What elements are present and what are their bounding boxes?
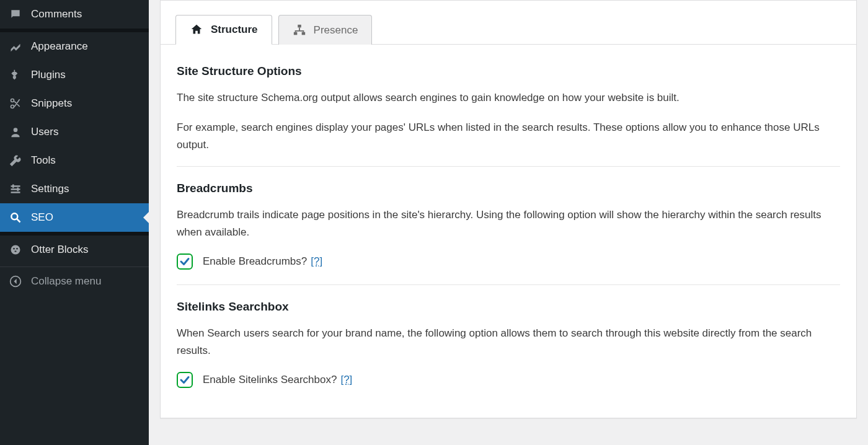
sidebar-item-label: Comments — [31, 8, 82, 20]
svg-rect-1 — [11, 185, 20, 187]
svg-point-0 — [14, 128, 18, 132]
collapse-menu-button[interactable]: Collapse menu — [0, 267, 149, 296]
tab-label: Structure — [211, 24, 258, 36]
divider — [177, 166, 840, 167]
tab-label: Presence — [314, 24, 358, 37]
admin-sidebar: Comments Appearance Plugins Snippets Use… — [0, 0, 149, 445]
sidebar-item-label: Appearance — [31, 40, 88, 53]
svg-point-11 — [14, 251, 16, 252]
sidebar-item-users[interactable]: Users — [0, 118, 149, 146]
sitelinks-desc: When Search users search for your brand … — [177, 325, 840, 359]
comments-icon — [9, 7, 22, 21]
collapse-icon — [9, 275, 22, 288]
enable-breadcrumbs-checkbox[interactable] — [177, 253, 193, 270]
svg-point-8 — [11, 245, 20, 255]
sidebar-item-plugins[interactable]: Plugins — [0, 61, 149, 89]
divider — [177, 284, 840, 285]
sidebar-item-label: Tools — [31, 154, 56, 167]
collapse-menu-label: Collapse menu — [31, 275, 101, 288]
svg-rect-3 — [11, 192, 20, 193]
sidebar-item-label: Settings — [31, 183, 69, 195]
svg-rect-15 — [301, 32, 305, 35]
sitelinks-option-row: Enable Sitelinks Searchbox? [?] — [177, 372, 840, 388]
site-structure-desc-2: For example, search engines display your… — [177, 119, 840, 154]
sitelinks-heading: Sitelinks Searchbox — [177, 300, 840, 314]
svg-line-7 — [17, 219, 20, 222]
tab-structure[interactable]: Structure — [175, 15, 272, 45]
sidebar-item-label: SEO — [31, 211, 53, 224]
tools-icon — [9, 154, 22, 167]
sidebar-item-settings[interactable]: Settings — [0, 175, 149, 203]
svg-point-9 — [13, 248, 15, 250]
breadcrumbs-help-link[interactable]: [?] — [311, 255, 322, 268]
settings-tabs: Structure Presence — [161, 1, 856, 45]
plugins-icon — [9, 68, 22, 82]
breadcrumbs-desc: Breadcrumb trails indicate page position… — [177, 206, 840, 241]
svg-rect-13 — [298, 24, 301, 27]
svg-rect-5 — [17, 188, 19, 192]
presence-icon — [293, 24, 306, 37]
breadcrumbs-option-row: Enable Breadcrumbs? [?] — [177, 253, 840, 270]
tab-presence[interactable]: Presence — [278, 15, 373, 45]
structure-icon — [190, 23, 203, 37]
svg-point-6 — [11, 213, 17, 219]
enable-breadcrumbs-label: Enable Breadcrumbs? — [203, 255, 307, 268]
main-content: Structure Presence Site Structure Option… — [149, 0, 868, 445]
svg-point-10 — [16, 248, 18, 250]
sidebar-item-label: Snippets — [31, 97, 72, 110]
otter-icon — [9, 243, 22, 257]
users-icon — [9, 125, 22, 139]
site-structure-desc-1: The site structure Schema.org output all… — [177, 89, 840, 107]
sidebar-item-tools[interactable]: Tools — [0, 146, 149, 175]
settings-panel: Structure Presence Site Structure Option… — [160, 0, 857, 418]
sidebar-item-comments[interactable]: Comments — [0, 0, 149, 29]
sidebar-item-label: Plugins — [31, 69, 66, 81]
svg-rect-2 — [11, 188, 20, 190]
sitelinks-help-link[interactable]: [?] — [340, 374, 352, 386]
breadcrumbs-heading: Breadcrumbs — [177, 182, 840, 195]
site-structure-heading: Site Structure Options — [177, 64, 840, 78]
svg-rect-14 — [293, 32, 297, 35]
svg-rect-4 — [12, 185, 14, 188]
search-icon — [9, 211, 22, 224]
sidebar-item-label: Otter Blocks — [31, 244, 89, 256]
sidebar-item-snippets[interactable]: Snippets — [0, 89, 149, 118]
enable-sitelinks-label: Enable Sitelinks Searchbox? — [203, 374, 337, 386]
sidebar-item-appearance[interactable]: Appearance — [0, 32, 149, 61]
sidebar-item-otter-blocks[interactable]: Otter Blocks — [0, 236, 149, 264]
appearance-icon — [9, 40, 22, 53]
enable-sitelinks-checkbox[interactable] — [177, 372, 193, 388]
tab-content: Site Structure Options The site structur… — [161, 45, 856, 418]
snippets-icon — [9, 97, 22, 110]
settings-icon — [9, 182, 22, 196]
sidebar-item-seo[interactable]: SEO — [0, 203, 149, 232]
sidebar-item-label: Users — [31, 126, 58, 138]
